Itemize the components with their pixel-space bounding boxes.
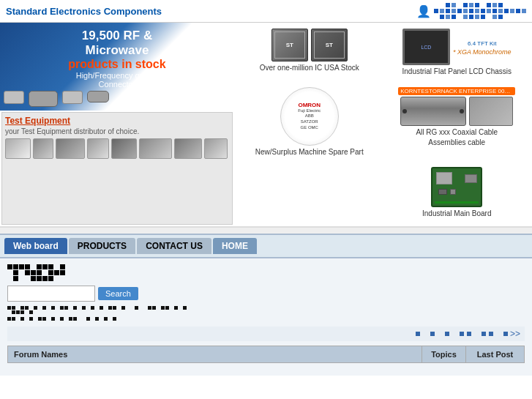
- user-icon: 👤: [416, 4, 431, 18]
- header-pixel-decoration: [434, 3, 526, 19]
- rf-banner: 19,500 RF & Microwave products in stock …: [0, 23, 234, 111]
- machine-label: New/Surplus Machine Spare Part: [255, 148, 364, 156]
- forum-table: Forum Names Topics Last Post: [7, 346, 525, 363]
- test-equipment-banner: Test Equipment your Test Equipment distr…: [1, 112, 233, 225]
- ic-chip-1: ST: [271, 29, 308, 61]
- search-input[interactable]: [7, 286, 95, 302]
- pagination-row: >>: [7, 327, 525, 341]
- omron-logo: OMRON Fuji ElectricABBSATZORGE OMC: [280, 87, 339, 146]
- header-right: 👤: [416, 3, 526, 19]
- nav-tab-contactus[interactable]: CONTACT US: [137, 238, 211, 254]
- tft-badge: 6.4 TFT Kit: [453, 40, 512, 47]
- banner-area: 19,500 RF & Microwave products in stock …: [0, 23, 532, 228]
- xga-label: * XGA Monochrome: [453, 48, 512, 56]
- nav-bar: Web board PRODUCTS CONTACT US HOME: [0, 234, 532, 258]
- equip-item-5: [111, 138, 137, 159]
- page-dot-10: [482, 332, 486, 336]
- left-banner: 19,500 RF & Microwave products in stock …: [0, 23, 234, 226]
- lcd-label: Industrial Flat Panel LCD Chassis: [402, 67, 512, 75]
- omron-cell: OMRON Fuji ElectricABBSATZORGE OMC New/S…: [237, 84, 382, 162]
- ic-chip-2: ST: [311, 29, 348, 61]
- mainboard-label: Industrial Main Board: [422, 209, 492, 217]
- equip-item-1: [5, 138, 31, 159]
- nav-tab-home[interactable]: HOME: [213, 238, 257, 254]
- test-equip-images: [5, 138, 229, 159]
- forum-col-lastpost: Last Post: [466, 346, 525, 363]
- page-dot-5: [445, 332, 449, 336]
- rf-line2: products in stock: [59, 58, 176, 71]
- equip-item-6: [139, 138, 172, 159]
- forum-title-pixels: [7, 264, 66, 281]
- connector-2: [29, 91, 58, 107]
- lcd-panel: LCD: [402, 29, 450, 65]
- ic-stock-cell: ST ST Over one-million IC USA Stock: [237, 26, 382, 81]
- cable-label: All RG xxx Coaxial Cable: [416, 128, 498, 136]
- site-header: Standard Electronics Components 👤: [0, 0, 532, 23]
- equip-item-7: [174, 138, 202, 159]
- forum-table-header-row: Forum Names Topics Last Post: [8, 346, 525, 363]
- cable-visual-2: [469, 97, 513, 126]
- forum-title-row: [7, 264, 525, 281]
- page-dot-13: [503, 332, 508, 336]
- equip-item-3: [56, 138, 85, 159]
- page-dot-8: [467, 332, 471, 336]
- page-dot-1: [416, 332, 420, 336]
- lcd-cell: LCD 6.4 TFT Kit * XGA Monochrome Industr…: [385, 26, 530, 81]
- site-title: Standard Electronics Components: [6, 6, 162, 17]
- forum-col-names: Forum Names: [8, 346, 422, 363]
- connector-shapes: [4, 91, 109, 107]
- sub2-pixels: [7, 317, 117, 321]
- ic-stock-label: Over one-million IC USA Stock: [260, 64, 359, 72]
- rf-banner-text: 19,500 RF & Microwave products in stock …: [59, 29, 176, 89]
- search-button[interactable]: Search: [98, 287, 138, 300]
- next-page-arrow[interactable]: >>: [510, 329, 520, 339]
- cable-visual-1: [400, 97, 466, 126]
- subtitle-pixels: [7, 306, 190, 314]
- test-equip-subtitle: your Test Equipment distributor of choic…: [5, 127, 229, 135]
- page-dot-7: [460, 332, 464, 336]
- mainboard-visual: [431, 167, 482, 207]
- test-equip-title: Test Equipment: [5, 116, 229, 126]
- rf-line1: 19,500 RF & Microwave: [59, 29, 176, 58]
- forum-col-topics: Topics: [422, 346, 466, 363]
- equip-item-8: [204, 138, 228, 159]
- search-row: Search: [7, 286, 525, 302]
- nav-tab-products[interactable]: PRODUCTS: [69, 238, 135, 254]
- mainboard-cell: Industrial Main Board: [385, 164, 530, 223]
- rf-sub: High/Frequency quality Connector: [59, 71, 176, 89]
- equip-item-2: [33, 138, 53, 159]
- assemblies-label: Assemblies cable: [428, 138, 485, 146]
- cable-badge: KORNTESTORNACK ENTERPRISE 001/01 DANJI X…: [398, 87, 515, 95]
- connector-4: [87, 91, 109, 102]
- right-banner: ST ST Over one-million IC USA Stock LCD …: [234, 23, 532, 226]
- equip-item-4: [87, 138, 109, 159]
- forum-section: Search: [0, 258, 532, 376]
- page-dot-9: [474, 332, 479, 336]
- page-dot-2: [423, 332, 427, 336]
- page-dot-11: [489, 332, 493, 336]
- spacer: [0, 228, 532, 234]
- cable-cell: KORNTESTORNACK ENTERPRISE 001/01 DANJI X…: [385, 84, 530, 162]
- omron-brands: Fuji ElectricABBSATZORGE OMC: [298, 108, 321, 131]
- omron-brand: OMRON: [298, 102, 321, 108]
- connector-1: [4, 91, 24, 104]
- page-dot-4: [438, 332, 442, 336]
- page-dot-3: [430, 332, 435, 336]
- connector-3: [62, 91, 83, 104]
- page-dot-12: [496, 332, 501, 336]
- page-dot-6: [452, 332, 457, 336]
- nav-tab-webboard[interactable]: Web board: [4, 238, 67, 254]
